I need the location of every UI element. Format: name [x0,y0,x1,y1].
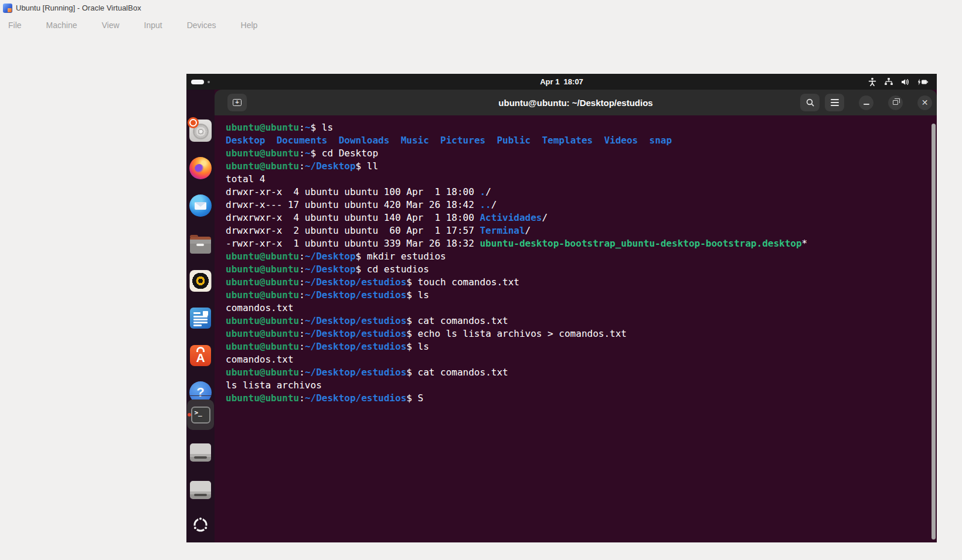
terminal-line: ubuntu@ubuntu:~$ ls [226,121,929,134]
menu-item-view[interactable]: View [101,21,119,30]
search-icon [805,98,815,107]
terminal-line: comandos.txt [226,353,929,366]
accessibility-icon[interactable] [868,77,877,87]
terminal-line: ubuntu@ubuntu:~/Desktop$ ll [226,160,929,173]
restore-button[interactable] [888,95,903,110]
writer-document-icon [190,308,211,329]
terminal-line: ubuntu@ubuntu:~/Desktop/estudios$ S [226,392,929,405]
terminal-line: ubuntu@ubuntu:~/Desktop/estudios$ cat co… [226,315,929,327]
volume-icon[interactable] [900,77,910,87]
virtualbox-titlebar: Ubuntu [Running] - Oracle VirtualBox [0,0,962,14]
terminal-line: ubuntu@ubuntu:~$ cd Desktop [226,147,929,160]
terminal-line: drwxrwxr-x 2 ubuntu ubuntu 60 Apr 1 17:5… [226,224,929,237]
dock-separator [190,395,211,396]
minimize-button[interactable] [859,95,873,110]
menu-item-file[interactable]: File [8,21,22,30]
restore-icon [893,100,898,105]
dock-item-terminal[interactable]: >_ [187,399,214,430]
terminal-prompt-icon: >_ [191,407,210,424]
minimize-icon [864,104,869,105]
terminal-line: ubuntu@ubuntu:~/Desktop/estudios$ ls [226,289,929,302]
system-tray[interactable] [868,74,929,90]
hamburger-icon [831,99,839,106]
dock-item-files[interactable] [190,234,211,254]
terminal-window: + ubuntu@ubuntu: ~/Desktop/estudios [215,90,937,542]
terminal-line: drwxr-xr-x 4 ubuntu ubuntu 100 Apr 1 18:… [226,186,929,199]
gnome-top-bar: Apr 1 18:07 [186,74,937,90]
search-button[interactable] [800,94,820,111]
menubar: FileMachineViewInputDevicesHelp [0,16,962,34]
speaker-icon [190,270,212,292]
clock[interactable]: Apr 1 18:07 [186,77,937,86]
network-icon[interactable] [884,77,893,87]
running-indicator-dot [188,413,191,416]
window-title: Ubuntu [Running] - Oracle VirtualBox [16,4,141,12]
menu-item-input[interactable]: Input [144,21,162,30]
terminal-line: ubuntu@ubuntu:~/Desktop$ mkdir estudios [226,250,929,263]
terminal-line: -rwxr-xr-x 1 ubuntu ubuntu 339 Mar 26 18… [226,237,929,250]
dock-item-firefox[interactable] [189,157,212,179]
firefox-icon [189,157,212,179]
terminal-line: ls lista archivos [226,379,929,392]
dock-item-thunderbird[interactable] [189,194,212,217]
close-icon: ✕ [922,98,929,107]
dock-item-app-center[interactable]: A [190,345,211,366]
dock-item-removable-drive-1[interactable] [190,443,211,462]
terminal-line: drwxr-x--- 17 ubuntu ubuntu 420 Mar 26 1… [226,199,929,211]
ubuntu-badge-icon [188,117,199,128]
drive-icon [190,481,211,499]
dock-item-removable-drive-2[interactable] [190,481,211,499]
dock-item-rhythmbox[interactable] [190,270,212,292]
terminal-line: ubuntu@ubuntu:~/Desktop/estudios$ touch … [226,276,929,289]
dock-item-show-apps[interactable] [192,516,209,536]
ubuntu-logo-icon [192,516,209,534]
terminal-line: drwxrwxr-x 4 ubuntu ubuntu 140 Apr 1 18:… [226,211,929,224]
terminal-line: total 4 [226,173,929,186]
terminal-scrollbar[interactable] [932,124,936,539]
terminal-line: ubuntu@ubuntu:~/Desktop/estudios$ echo l… [226,327,929,340]
virtualbox-icon [3,4,12,13]
menu-item-devices[interactable]: Devices [187,21,216,30]
drive-icon [190,443,211,462]
battery-icon[interactable] [917,77,929,87]
folder-icon [190,237,211,254]
terminal-line: ubuntu@ubuntu:~/Desktop/estudios$ cat co… [226,366,929,379]
dock: A ? >_ [186,90,215,542]
terminal-header[interactable]: + ubuntu@ubuntu: ~/Desktop/estudios [215,90,937,115]
thunderbird-icon [189,194,212,217]
terminal-line: ubuntu@ubuntu:~/Desktop/estudios$ ls [226,340,929,353]
terminal-line: comandos.txt [226,302,929,315]
app-center-bag-icon: A [190,345,211,366]
close-button[interactable]: ✕ [917,95,932,110]
dock-item-ubuntu-installer[interactable] [189,119,212,142]
menu-item-machine[interactable]: Machine [46,21,77,30]
menu-item-help[interactable]: Help [241,21,258,30]
terminal-content[interactable]: ubuntu@ubuntu:~$ lsDesktop Documents Dow… [215,115,937,542]
menu-button[interactable] [825,94,844,111]
terminal-line: Desktop Documents Downloads Music Pictur… [226,134,929,147]
terminal-line: ubuntu@ubuntu:~/Desktop$ cd estudios [226,263,929,276]
vm-display: Apr 1 18:07 [186,74,937,542]
dock-item-libreoffice-writer[interactable] [190,308,211,329]
